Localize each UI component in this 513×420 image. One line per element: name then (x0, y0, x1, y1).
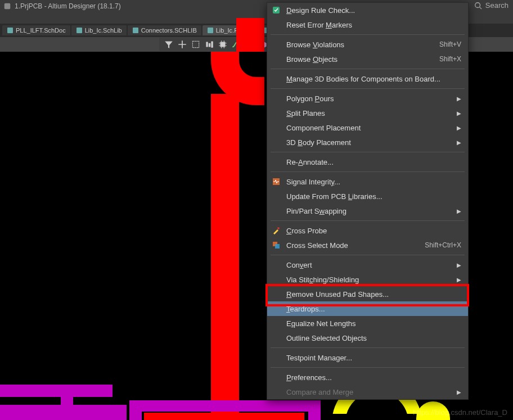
menu-separator (271, 220, 465, 221)
component-icon[interactable] (218, 39, 228, 49)
menu-item-label: Cross Select Mode (286, 241, 348, 250)
menu-item-equalize-net-lengths[interactable]: Equalize Net Lengths (267, 316, 468, 331)
svg-rect-8 (192, 41, 199, 47)
menu-item-cross-select-mode[interactable]: Cross Select ModeShift+Ctrl+X (267, 238, 468, 252)
chevron-right-icon: ▶ (457, 125, 461, 131)
menu-item-testpoint-manager[interactable]: Testpoint Manager... (267, 350, 468, 365)
menu-item-teardrops[interactable]: Teardrops... (267, 301, 468, 316)
menu-item-label: Re-Annotate... (286, 158, 334, 166)
menu-item-label: Convert (286, 261, 312, 269)
document-tab[interactable]: Connectors.SCHLIB (128, 25, 201, 35)
menu-item-label: Outline Selected Objects (286, 334, 367, 342)
menu-item-label: Design Rule Check... (286, 6, 355, 15)
menu-item-label: Remove Unused Pad Shapes... (286, 290, 389, 299)
probe-icon (272, 226, 281, 235)
filter-icon[interactable] (164, 39, 174, 49)
pcb-red-fill (144, 413, 304, 420)
menu-item-polygon-pours[interactable]: Polygon Pours▶ (267, 91, 468, 106)
menu-item-label: 3D Body Placement (286, 138, 351, 147)
menu-item-label: Compare and Merge (286, 388, 353, 396)
menu-item-label: Teardrops... (286, 305, 325, 313)
menu-item-label: Testpoint Manager... (286, 354, 352, 362)
menu-item-update-from-pcb-libraries[interactable]: Update From PCB Libraries... (267, 189, 468, 204)
pcb-trace (211, 94, 239, 420)
menu-item-label: Update From PCB Libraries... (286, 192, 382, 201)
drc-icon (272, 6, 281, 15)
menu-item-reset-error-markers[interactable]: Reset Error Markers (267, 17, 468, 32)
menu-item-browse-objects[interactable]: Browse ObjectsShift+X (267, 52, 468, 66)
watermark: https://blog.csdn.net/Clara_D (413, 408, 507, 417)
menu-item-label: Pin/Part Swapping (286, 207, 346, 215)
chevron-right-icon: ▶ (457, 139, 461, 146)
menu-item-3d-body-placement[interactable]: 3D Body Placement▶ (267, 135, 468, 150)
menu-separator (271, 171, 465, 172)
align-icon[interactable] (204, 39, 214, 49)
menu-item-label: Component Placement (286, 124, 361, 132)
app-icon (3, 2, 11, 10)
pcb-purple-leg-2 (308, 409, 321, 420)
pcb-purple-bar-mid (129, 400, 321, 412)
menu-item-signal-integrity[interactable]: Signal Integrity... (267, 174, 468, 189)
menu-item-label: Via Stitching/Shielding (286, 276, 359, 284)
chevron-right-icon: ▶ (457, 389, 461, 395)
menu-item-label: Manage 3D Bodies for Components on Board… (286, 75, 440, 83)
menu-shortcut: Shift+X (439, 55, 461, 63)
svg-rect-22 (275, 244, 280, 249)
menu-separator (271, 347, 465, 348)
svg-rect-5 (133, 28, 138, 33)
menu-item-label: Split Planes (286, 109, 325, 118)
menu-item-design-rule-check[interactable]: Design Rule Check... (267, 3, 468, 17)
context-menu: Design Rule Check...Reset Error MarkersB… (267, 2, 469, 400)
svg-point-20 (277, 227, 280, 229)
svg-rect-9 (220, 42, 226, 47)
menu-item-label: Browse Violations (286, 40, 344, 49)
select-rect-icon[interactable] (191, 39, 201, 49)
tab-label: Lib_Ic.SchLib (85, 27, 122, 34)
menu-item-convert[interactable]: Convert▶ (267, 258, 468, 272)
pcb-purple-leg-1 (129, 409, 142, 420)
doc-icon (132, 27, 139, 34)
menu-shortcut: Shift+Ctrl+X (425, 241, 461, 249)
menu-item-component-placement[interactable]: Component Placement▶ (267, 120, 468, 135)
signal-icon (272, 177, 281, 186)
menu-item-label: Reset Error Markers (286, 21, 352, 29)
menu-item-label: Signal Integrity... (286, 178, 340, 186)
search-icon (474, 2, 482, 10)
menu-item-preferences[interactable]: Preferences... (267, 370, 468, 385)
menu-item-label: Browse Objects (286, 55, 338, 64)
svg-line-2 (479, 7, 482, 9)
chevron-right-icon: ▶ (457, 96, 461, 102)
menu-item-browse-violations[interactable]: Browse ViolationsShift+V (267, 37, 468, 52)
svg-point-1 (475, 2, 480, 7)
doc-icon (76, 27, 83, 34)
pcb-purple-shape-2 (61, 392, 73, 420)
doc-icon (7, 27, 14, 34)
chevron-right-icon: ▶ (457, 277, 461, 283)
menu-item-cross-probe[interactable]: Cross Probe (267, 223, 468, 238)
svg-rect-4 (76, 28, 82, 33)
cross-select-icon (272, 241, 281, 250)
chevron-right-icon: ▶ (457, 110, 461, 116)
svg-rect-0 (4, 3, 11, 10)
menu-item-label: Preferences... (286, 373, 332, 382)
menu-item-via-stitching-shielding[interactable]: Via Stitching/Shielding▶ (267, 272, 468, 287)
tab-label: PLL_ILFT.SchDoc (16, 27, 66, 34)
doc-icon (207, 27, 214, 34)
menu-item-remove-unused-pad-shapes[interactable]: Remove Unused Pad Shapes... (267, 287, 468, 301)
document-tab[interactable]: PLL_ILFT.SchDoc (2, 25, 70, 35)
menu-separator (271, 34, 465, 35)
document-tab[interactable]: Lib_Ic.SchLib (71, 25, 127, 35)
window-title: 1.PrjPCB - Altium Designer (18.1.7) (15, 2, 121, 10)
menu-item-re-annotate[interactable]: Re-Annotate... (267, 155, 468, 169)
menu-item-outline-selected-objects[interactable]: Outline Selected Objects (267, 331, 468, 345)
search-box[interactable]: Search (474, 1, 508, 10)
menu-item-manage-3d-bodies-for-components-on-board[interactable]: Manage 3D Bodies for Components on Board… (267, 71, 468, 86)
menu-item-split-planes[interactable]: Split Planes▶ (267, 106, 468, 120)
menu-item-pin-part-swapping[interactable]: Pin/Part Swapping▶ (267, 204, 468, 218)
menu-item-label: Cross Probe (286, 227, 327, 235)
svg-rect-6 (208, 28, 213, 33)
menu-item-label: Polygon Pours (286, 94, 334, 103)
chevron-right-icon: ▶ (457, 208, 461, 214)
place-icon[interactable] (177, 39, 187, 49)
menu-shortcut: Shift+V (439, 40, 461, 48)
